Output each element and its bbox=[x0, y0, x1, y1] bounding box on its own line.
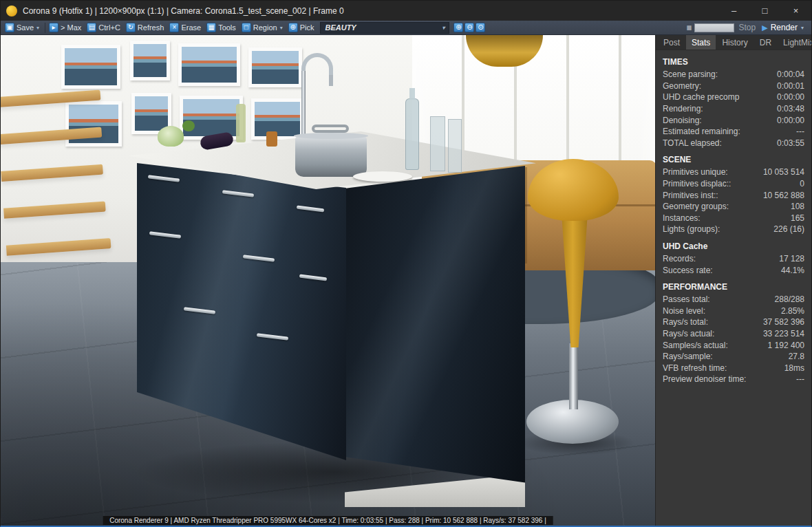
copy-label: Ctrl+C bbox=[98, 23, 120, 32]
chevron-down-icon: ▾ bbox=[442, 25, 445, 31]
stat-label: Primitives inst:: bbox=[663, 191, 718, 200]
channel-selector[interactable]: BEAUTY ▾ bbox=[320, 22, 449, 34]
stat-row: Geometry groups: 108 bbox=[663, 201, 804, 213]
stat-row: Rays/s total: 37 582 396 bbox=[663, 316, 804, 328]
save-button[interactable]: ▣ Save ▾ bbox=[3, 21, 43, 34]
region-button[interactable]: □ Region ▾ bbox=[240, 21, 286, 34]
stat-value: 2.85% bbox=[781, 306, 804, 316]
stat-label: Samples/s actual: bbox=[663, 341, 728, 350]
scene-oil-bottle bbox=[236, 104, 246, 142]
scene-island-end-panel bbox=[345, 166, 525, 489]
copy-icon: ▤ bbox=[87, 23, 96, 32]
render-button[interactable]: ▶ Render ▾ bbox=[760, 23, 806, 32]
refresh-icon: ↻ bbox=[126, 23, 136, 32]
tools-button[interactable]: ▦ Tools bbox=[205, 21, 239, 34]
stat-value: 226 (16) bbox=[773, 224, 804, 234]
stat-label: TOTAL elapsed: bbox=[663, 138, 722, 148]
zoom-in-icon[interactable]: ⊕ bbox=[453, 23, 463, 32]
stat-value: 0:00:00 bbox=[777, 116, 804, 125]
scene-spice-jar bbox=[266, 131, 277, 147]
tab-lightmix[interactable]: LightMix bbox=[778, 35, 812, 50]
stat-label: Rays/sample: bbox=[663, 352, 713, 361]
stat-row: VFB refresh time: 18ms bbox=[663, 362, 804, 374]
scene-faucet-spout bbox=[329, 75, 333, 86]
scene-stool-pole bbox=[569, 343, 578, 409]
stat-row: TOTAL elapsed: 0:03:55 bbox=[663, 138, 804, 149]
minimize-button[interactable]: – bbox=[718, 1, 749, 21]
refresh-label: Refresh bbox=[138, 23, 164, 32]
zoom-fit-icon[interactable]: ⊙ bbox=[476, 23, 485, 32]
stop-button[interactable]: Stop bbox=[738, 23, 756, 32]
stat-label: Records: bbox=[663, 254, 696, 264]
scene-cooking-pot bbox=[295, 136, 367, 177]
scene-staircase bbox=[1, 56, 127, 277]
maximize-button[interactable]: □ bbox=[749, 1, 780, 21]
stat-row: Primitives inst:: 10 562 888 bbox=[663, 189, 804, 201]
refresh-button[interactable]: ↻ Refresh bbox=[125, 21, 168, 34]
toolbar-right: ▮▮ Stop ▶ Render ▾ bbox=[687, 23, 809, 32]
stat-value: 0 bbox=[800, 179, 804, 189]
stat-row: Rays/s actual: 33 223 514 bbox=[663, 328, 804, 340]
scene-drinking-glass bbox=[448, 119, 462, 173]
stat-value: 288/288 bbox=[775, 294, 804, 304]
scene-plate bbox=[353, 171, 412, 182]
stat-value: 108 bbox=[791, 202, 804, 211]
erase-button[interactable]: × Erase bbox=[168, 21, 204, 34]
scene-picture-frame bbox=[130, 41, 170, 80]
tab-post[interactable]: Post bbox=[658, 35, 685, 50]
stat-value: --- bbox=[796, 374, 804, 384]
render-viewport[interactable]: Corona Renderer 9 | AMD Ryzen Threadripp… bbox=[1, 35, 655, 526]
close-button[interactable]: × bbox=[780, 1, 811, 21]
stat-row: Denoising: 0:00:00 bbox=[663, 114, 804, 126]
stat-row: Geometry: 0:00:01 bbox=[663, 80, 804, 92]
render-progress-bar bbox=[694, 23, 734, 32]
stat-row: Rendering: 0:03:48 bbox=[663, 103, 804, 115]
pick-button[interactable]: ⊕ Pick bbox=[287, 21, 318, 34]
pause-icon: ▮▮ bbox=[687, 24, 691, 31]
stat-value: 18ms bbox=[784, 363, 804, 373]
zoom-out-icon[interactable]: ⊖ bbox=[464, 23, 474, 32]
send-to-max-button[interactable]: ▸ > Max bbox=[47, 21, 85, 34]
stat-value: 17 128 bbox=[779, 254, 804, 264]
region-icon: □ bbox=[242, 23, 251, 32]
stat-label: Estimated remaining: bbox=[663, 127, 740, 136]
zoom-controls: ⊕ ⊖ ⊙ bbox=[453, 23, 485, 32]
scene-glass-bottle bbox=[405, 98, 419, 170]
stat-value: 0:03:48 bbox=[777, 104, 804, 114]
stat-value: 165 bbox=[791, 213, 804, 223]
stat-label: VFB refresh time: bbox=[663, 363, 727, 373]
stat-label: Passes total: bbox=[663, 294, 710, 304]
stat-label: Geometry groups: bbox=[663, 202, 729, 211]
chevron-down-icon: ▾ bbox=[36, 25, 39, 31]
render-status-bar: Corona Renderer 9 | AMD Ryzen Threadripp… bbox=[103, 516, 553, 525]
stat-row: Success rate: 44.1% bbox=[663, 264, 804, 276]
stat-value: 0:03:55 bbox=[777, 138, 804, 148]
stat-label: Denoising: bbox=[663, 116, 702, 125]
stat-label: Lights (groups): bbox=[663, 224, 720, 234]
stats-times-rows: Scene parsing: 0:00:04 Geometry: 0:00:01… bbox=[663, 69, 804, 149]
max-nav-icon: ▸ bbox=[49, 23, 58, 32]
stats-section-times-title: TIMES bbox=[663, 57, 804, 67]
tab-stats[interactable]: Stats bbox=[686, 35, 716, 50]
tab-dr[interactable]: DR bbox=[754, 35, 777, 50]
stat-row: Passes total: 288/288 bbox=[663, 294, 804, 305]
tab-history[interactable]: History bbox=[716, 35, 753, 50]
stat-value: 0:00:01 bbox=[777, 81, 804, 91]
copy-button[interactable]: ▤ Ctrl+C bbox=[85, 21, 123, 34]
scene-greens bbox=[182, 120, 195, 131]
pick-label: Pick bbox=[300, 23, 314, 32]
stat-value: 33 223 514 bbox=[763, 329, 804, 338]
stat-label: Rendering: bbox=[663, 104, 703, 114]
stat-row: UHD cache precomp 0:00:00 bbox=[663, 92, 804, 103]
window-controls: – □ × bbox=[718, 1, 811, 21]
tools-label: Tools bbox=[218, 23, 236, 32]
stats-scene-rows: Primitives unique: 10 053 514 Primitives… bbox=[663, 166, 804, 235]
erase-label: Erase bbox=[181, 23, 201, 32]
corona-logo-icon bbox=[6, 6, 17, 17]
stats-section-performance-title: PERFORMANCE bbox=[663, 282, 804, 292]
stat-row: Samples/s actual: 1 192 400 bbox=[663, 339, 804, 351]
stat-row: Records: 17 128 bbox=[663, 253, 804, 265]
tools-icon: ▦ bbox=[206, 23, 216, 32]
stat-value: 10 562 888 bbox=[763, 191, 804, 200]
stat-label: Preview denoiser time: bbox=[663, 374, 746, 384]
